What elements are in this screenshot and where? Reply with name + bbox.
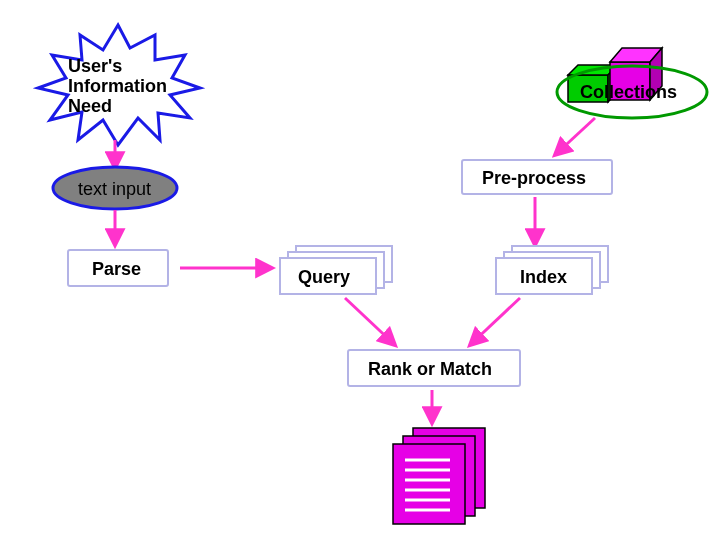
results-node [393,428,485,524]
parse-label: Parse [92,259,141,279]
index-label: Index [520,267,567,287]
text-input-node: text input [53,167,177,209]
arrow-index-rank [470,298,520,345]
parse-node: Parse [68,250,168,286]
user-need-line2: Information [68,76,167,96]
query-label: Query [298,267,350,287]
arrow-query-rank [345,298,395,345]
preprocess-label: Pre-process [482,168,586,188]
user-need-line1: User's [68,56,122,76]
rank-match-label: Rank or Match [368,359,492,379]
user-need-line3: Need [68,96,112,116]
text-input-label: text input [78,179,151,199]
rank-match-node: Rank or Match [348,350,520,386]
index-node: Index [496,246,608,294]
query-node: Query [280,246,392,294]
collections-label: Collections [580,82,677,102]
arrow-collections-preprocess [555,118,595,155]
svg-rect-20 [393,444,465,524]
user-need-node: User's Information Need [38,25,200,145]
preprocess-node: Pre-process [462,160,612,194]
